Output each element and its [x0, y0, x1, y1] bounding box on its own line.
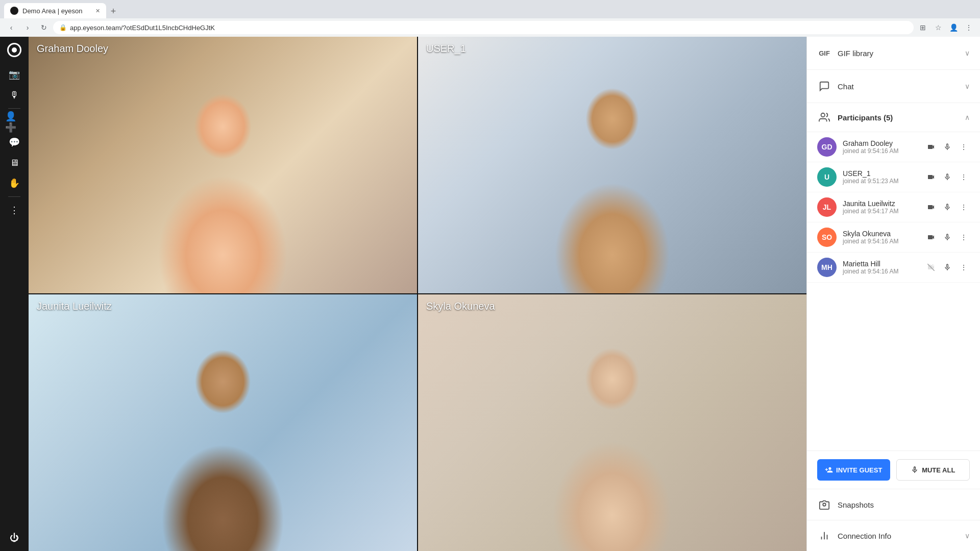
participant-audio-button[interactable] [941, 261, 953, 273]
participant-info: Graham Dooley joined at 9:54:16 AM [843, 139, 925, 155]
toolbar-icons: ⊞ ☆ 👤 ⋮ [916, 20, 976, 35]
invite-guest-button[interactable]: INVITE GUEST [817, 459, 890, 481]
participant-controls: ⋮ [925, 171, 970, 183]
video-feed-skyla [418, 294, 806, 551]
snapshots-label: Snapshots [838, 500, 970, 509]
gif-icon: GIF [817, 46, 831, 60]
sidebar-chat-button[interactable]: 💬 [5, 133, 23, 152]
participant-audio-button[interactable] [941, 141, 953, 153]
sidebar-divider-1 [8, 108, 20, 109]
participant-avatar: MH [817, 258, 837, 277]
participant-joined-time: joined at 9:54:17 AM [843, 208, 925, 215]
browser-toolbar: ‹ › ↻ 🔒 app.eyeson.team/?otESdDut1L5Incb… [0, 18, 980, 37]
participant-name: Jaunita Lueilwitz [843, 199, 925, 208]
gif-library-label: GIF library [838, 49, 965, 58]
left-sidebar: 📷 🎙 👤➕ 💬 🖥 ✋ ⋮ ⏻ [0, 37, 29, 551]
video-feed-jaunita [29, 294, 417, 551]
participant-item: GD Graham Dooley joined at 9:54:16 AM ⋮ [807, 132, 980, 162]
participant-more-button[interactable]: ⋮ [958, 231, 970, 243]
participants-list: GD Graham Dooley joined at 9:54:16 AM ⋮ … [807, 132, 980, 450]
bookmark-button[interactable]: ☆ [931, 20, 945, 35]
app-logo [5, 41, 23, 59]
more-options-button[interactable]: ⋮ [962, 20, 976, 35]
participant-more-button[interactable]: ⋮ [958, 141, 970, 153]
video-cell-jaunita: Jaunita Lueilwitz [29, 294, 417, 551]
sidebar-hand-raise-button[interactable]: ✋ [5, 174, 23, 192]
participant-name: USER_1 [843, 169, 925, 178]
participant-video-button[interactable] [925, 261, 937, 273]
sidebar-more-button[interactable]: ⋮ [5, 201, 23, 219]
participant-controls: ⋮ [925, 231, 970, 243]
participant-info: Jaunita Lueilwitz joined at 9:54:17 AM [843, 199, 925, 215]
tab-bar: Demo Area | eyeson ✕ + [0, 0, 980, 18]
participant-item: SO Skyla Okuneva joined at 9:54:16 AM ⋮ [807, 222, 980, 253]
mute-all-button[interactable]: MUTE ALL [896, 459, 970, 481]
back-button[interactable]: ‹ [4, 20, 18, 35]
gif-library-header[interactable]: GIF GIF library ∨ [807, 37, 980, 70]
video-label-graham: Graham Dooley [37, 43, 108, 55]
connection-chevron-icon: ∨ [965, 532, 970, 540]
address-bar[interactable]: 🔒 app.eyeson.team/?otESdDut1L5IncbCHdHeG… [53, 21, 914, 34]
tab-title: Demo Area | eyeson [22, 7, 83, 15]
video-label-skyla: Skyla Okuneva [426, 300, 495, 312]
action-buttons: INVITE GUEST MUTE ALL [807, 450, 980, 489]
active-tab[interactable]: Demo Area | eyeson ✕ [4, 3, 106, 18]
participant-video-button[interactable] [925, 171, 937, 183]
participants-label: Participants (5) [838, 113, 965, 122]
browser-chrome: Demo Area | eyeson ✕ + ‹ › ↻ 🔒 app.eyeso… [0, 0, 980, 37]
participant-audio-button[interactable] [941, 201, 953, 213]
app-container: 📷 🎙 👤➕ 💬 🖥 ✋ ⋮ ⏻ Graham Dooley USER_1 Ja… [0, 37, 980, 551]
participant-item: MH Marietta Hill joined at 9:54:16 AM ⋮ [807, 253, 980, 283]
sidebar-mic-button[interactable]: 🎙 [5, 86, 23, 104]
gif-chevron-icon: ∨ [965, 49, 970, 57]
forward-button[interactable]: › [20, 20, 35, 35]
participant-info: Marietta Hill joined at 9:54:16 AM [843, 260, 925, 275]
participant-joined-time: joined at 9:54:16 AM [843, 238, 925, 245]
participant-controls: ⋮ [925, 261, 970, 273]
participant-video-button[interactable] [925, 141, 937, 153]
participants-header[interactable]: Participants (5) ∧ [807, 103, 980, 132]
participant-more-button[interactable]: ⋮ [958, 261, 970, 273]
participant-more-button[interactable]: ⋮ [958, 201, 970, 213]
connection-info-label: Connection Info [838, 532, 965, 540]
reload-button[interactable]: ↻ [37, 20, 51, 35]
participant-info: USER_1 joined at 9:51:23 AM [843, 169, 925, 185]
participant-audio-button[interactable] [941, 231, 953, 243]
participant-joined-time: joined at 9:54:16 AM [843, 147, 925, 155]
participant-audio-button[interactable] [941, 171, 953, 183]
participant-info: Skyla Okuneva joined at 9:54:16 AM [843, 230, 925, 245]
video-cell-user1: USER_1 [418, 37, 806, 293]
profile-button[interactable]: 👤 [946, 20, 961, 35]
connection-info-icon [817, 529, 831, 543]
participants-chevron-icon: ∧ [965, 113, 970, 121]
extensions-button[interactable]: ⊞ [916, 20, 930, 35]
video-cell-skyla: Skyla Okuneva [418, 294, 806, 551]
participant-more-button[interactable]: ⋮ [958, 171, 970, 183]
participant-video-button[interactable] [925, 231, 937, 243]
svg-point-2 [823, 503, 826, 506]
participant-joined-time: joined at 9:54:16 AM [843, 268, 925, 275]
chat-section-header[interactable]: Chat ∨ [807, 70, 980, 103]
sidebar-add-user-button[interactable]: 👤➕ [5, 113, 23, 131]
lock-icon: 🔒 [59, 24, 67, 31]
chat-label: Chat [838, 82, 965, 91]
sidebar-camera-button[interactable]: 📷 [5, 65, 23, 84]
new-tab-button[interactable]: + [106, 4, 120, 18]
participant-joined-time: joined at 9:51:23 AM [843, 178, 925, 185]
sidebar-screen-share-button[interactable]: 🖥 [5, 154, 23, 172]
snapshots-icon [817, 497, 831, 512]
tab-favicon [10, 7, 18, 15]
chat-icon [817, 79, 831, 93]
chat-chevron-icon: ∨ [965, 82, 970, 90]
logo-icon [7, 43, 21, 57]
participant-avatar: U [817, 167, 837, 187]
tab-close-button[interactable]: ✕ [95, 8, 100, 14]
participant-avatar: JL [817, 197, 837, 217]
video-label-user1: USER_1 [426, 43, 466, 55]
participant-name: Skyla Okuneva [843, 230, 925, 238]
right-panel: GIF GIF library ∨ Chat ∨ [806, 37, 980, 551]
sidebar-leave-button[interactable]: ⏻ [5, 529, 23, 547]
participant-video-button[interactable] [925, 201, 937, 213]
snapshots-section[interactable]: Snapshots [807, 489, 980, 520]
connection-info-section[interactable]: Connection Info ∨ [807, 520, 980, 551]
